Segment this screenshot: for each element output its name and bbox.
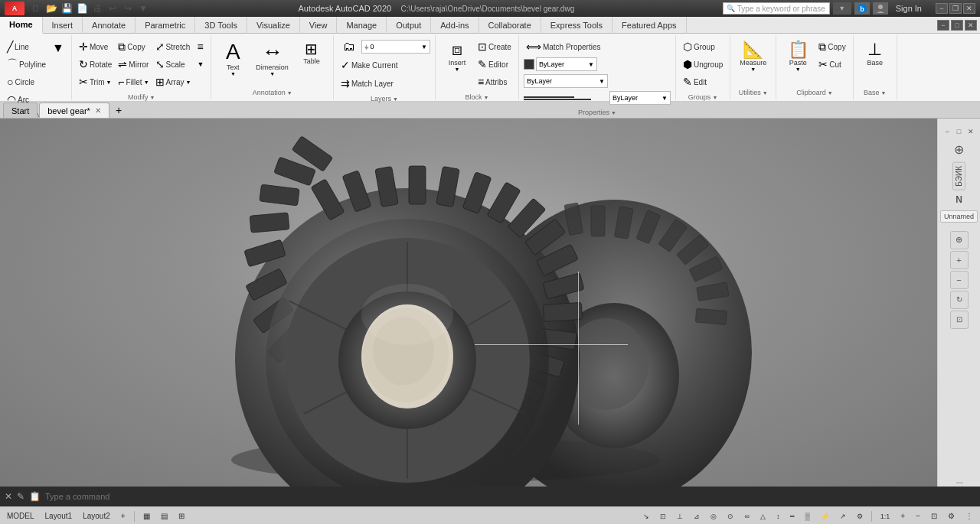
viewcube-minimize-btn[interactable]: − [942, 125, 952, 138]
clipboard-group-label[interactable]: Clipboard ▼ [779, 87, 849, 98]
lineweight-selector[interactable]: ByLayer ▼ [609, 91, 671, 105]
qp-btn[interactable]: ⚡ [818, 513, 831, 520]
zoom-in-btn[interactable]: + [950, 251, 969, 269]
make-current-btn[interactable]: ✓ Make Current [338, 57, 400, 73]
ribbon-restore-btn[interactable]: □ [951, 20, 963, 31]
sign-in-button[interactable]: Sign In [891, 2, 926, 15]
tab-visualize[interactable]: Visualize [247, 17, 300, 34]
infer-btn[interactable]: ↘ [641, 513, 652, 520]
polar-btn[interactable]: ⊿ [691, 513, 702, 520]
insert-dropdown[interactable]: ▼ [454, 67, 459, 72]
grid-btn[interactable]: ▦ [141, 512, 152, 520]
tab-express[interactable]: Express Tools [541, 17, 612, 34]
command-input[interactable] [45, 492, 975, 501]
move-btn[interactable]: ✛ Move [77, 38, 114, 55]
copy-btn[interactable]: ⧉ Copy [116, 38, 151, 55]
tab-collaborate[interactable]: Collaborate [479, 17, 541, 34]
fillet-dropdown[interactable]: ▼ [144, 80, 149, 85]
modify-extra[interactable]: ≡ [194, 38, 206, 55]
stretch-btn[interactable]: ⤢ Stretch [153, 38, 194, 55]
polyline-btn[interactable]: ⌒ Polyline [5, 56, 48, 73]
erase-btn[interactable]: ▼ [194, 56, 206, 73]
draw-more-btn[interactable]: ▼ [50, 40, 67, 57]
insert-btn[interactable]: ⧈ Insert ▼ [440, 38, 474, 75]
close-btn[interactable]: ✕ [963, 3, 975, 14]
annotation-group-label[interactable]: Annotation ▼ [214, 87, 330, 98]
circle-btn[interactable]: ○ Circle [5, 73, 48, 90]
print-btn[interactable]: 🖨 [90, 2, 104, 15]
dimension-btn[interactable]: ↔ Dimension ▼ [251, 38, 293, 80]
viewport-scale[interactable]: 1:1 [878, 513, 893, 520]
dyn-btn[interactable]: ↕ [774, 513, 782, 520]
orbit-btn[interactable]: ↻ [950, 291, 969, 309]
array-dropdown[interactable]: ▼ [186, 80, 191, 85]
base-btn[interactable]: ⊥ Base [858, 38, 892, 70]
tab-3dtools[interactable]: 3D Tools [195, 17, 247, 34]
match-props-btn[interactable]: ⟺ Match Properties [524, 38, 603, 55]
view-label[interactable]: БЭИК [952, 162, 965, 190]
ribbon-close-btn[interactable]: ✕ [965, 20, 977, 31]
tab-parametric[interactable]: Parametric [136, 17, 195, 34]
otrack-btn[interactable]: ∞ [742, 513, 751, 520]
tab-output[interactable]: Output [387, 17, 431, 34]
zoom-extents-sb[interactable]: ⊡ [929, 512, 939, 520]
rotate-btn[interactable]: ↻ Rotate [77, 56, 114, 73]
ducs-btn[interactable]: △ [758, 513, 768, 520]
color-selector[interactable]: ByLayer ▼ [536, 57, 597, 71]
ungroup-btn[interactable]: ⬢ Ungroup [681, 56, 725, 73]
cmd-history-icon[interactable]: 📋 [29, 491, 41, 502]
osnap-btn[interactable]: ◎ [708, 513, 719, 520]
zoom-in-sb[interactable]: + [898, 512, 907, 520]
profile-icon[interactable] [873, 2, 888, 15]
new-btn[interactable]: 🗋 [29, 2, 43, 15]
3dosnap-btn[interactable]: ⊙ [725, 513, 736, 520]
ribbon-minimize-btn[interactable]: − [937, 20, 949, 31]
line-btn[interactable]: ╱ Line [5, 38, 48, 55]
tab-manage[interactable]: Manage [337, 17, 387, 34]
dimension-dropdown[interactable]: ▼ [270, 71, 275, 76]
block-group-label[interactable]: Block ▼ [439, 92, 515, 103]
doc-tab-bevel-gear[interactable]: bevel gear* ✕ [39, 103, 109, 118]
modify-group-label[interactable]: Modify ▼ [75, 92, 207, 103]
undo-btn[interactable]: ↩ [106, 2, 119, 15]
fillet-btn[interactable]: ⌐ Fillet ▼ [116, 73, 151, 90]
command-line[interactable]: ✕ ✎ 📋 [0, 487, 980, 506]
match-layer-btn[interactable]: ⇉ Match Layer [338, 75, 396, 92]
transparency-btn[interactable]: ▒ [802, 513, 812, 520]
layout2-tab[interactable]: Layout2 [80, 512, 113, 520]
doc-tab-start[interactable]: Start [3, 103, 38, 118]
viewcube-close-btn[interactable]: ✕ [965, 125, 975, 138]
redo-btn[interactable]: ↪ [121, 2, 135, 15]
define-attribs-btn[interactable]: ≡ Attribs [475, 73, 514, 90]
mirror-btn[interactable]: ⇌ Mirror [116, 56, 151, 73]
table-btn[interactable]: ⊞ Table [295, 38, 328, 68]
measure-dropdown[interactable]: ▼ [750, 67, 756, 72]
customize-sb-btn[interactable]: ⋮ [963, 512, 975, 520]
paste-dropdown[interactable]: ▼ [795, 67, 801, 72]
group-edit-btn[interactable]: ✎ Edit [681, 73, 725, 90]
am-btn[interactable]: ⚙ [854, 513, 865, 520]
tab-addins[interactable]: Add-ins [431, 17, 479, 34]
qat-more-btn[interactable]: ▼ [136, 2, 150, 15]
save-btn[interactable]: 💾 [60, 2, 74, 15]
close-doc-tab-btn[interactable]: ✕ [95, 106, 101, 115]
groups-group-label[interactable]: Groups ▼ [679, 92, 727, 103]
tab-home[interactable]: Home [0, 17, 43, 34]
zoom-out-sb[interactable]: − [913, 512, 923, 520]
drawing-canvas[interactable] [0, 119, 937, 487]
tab-insert[interactable]: Insert [43, 17, 83, 34]
new-tab-btn[interactable]: + [111, 103, 126, 118]
measure-btn[interactable]: 📐 Measure ▼ [735, 38, 771, 75]
create-block-btn[interactable]: ⊡ Create [475, 38, 514, 55]
add-layout-btn[interactable]: + [119, 512, 128, 520]
ortho-btn[interactable]: ⊥ [675, 513, 685, 520]
search-options-btn[interactable]: ▼ [833, 2, 851, 15]
sc-btn[interactable]: ↗ [838, 513, 848, 520]
properties-group-label[interactable]: Properties ▼ [522, 107, 672, 118]
layer-props-btn[interactable]: 🗂 [338, 38, 360, 55]
saveas-btn[interactable]: 📄 [75, 2, 89, 15]
tab-annotate[interactable]: Annotate [83, 17, 136, 34]
workspace-icon[interactable]: ⚙ [946, 512, 957, 520]
tab-featured[interactable]: Featured Apps [612, 17, 687, 34]
linetype-selector[interactable]: ByLayer ▼ [524, 74, 608, 88]
